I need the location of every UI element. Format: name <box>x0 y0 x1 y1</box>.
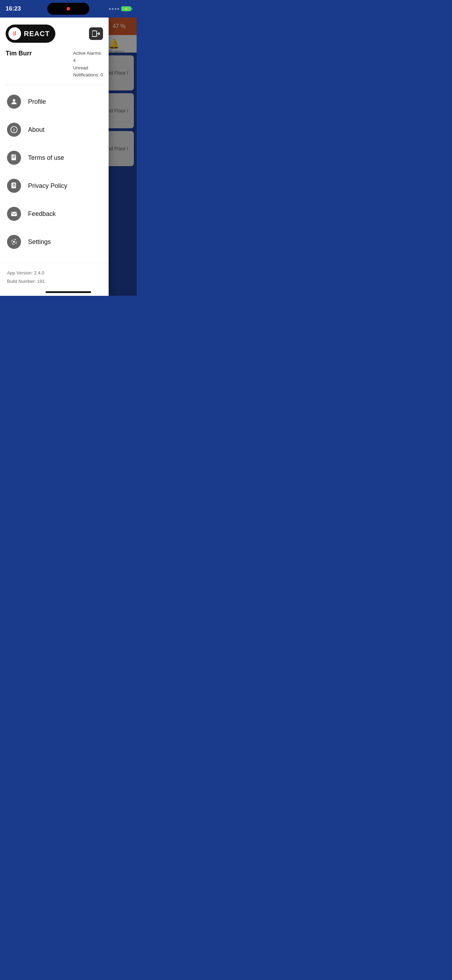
build-number: Build Number: 191 <box>7 277 102 285</box>
settings-label: Settings <box>28 238 51 246</box>
svg-rect-7 <box>11 154 16 161</box>
status-right-icons: ⚡ <box>109 6 131 11</box>
drawer-header: // REACT Tim Burr A <box>0 18 108 85</box>
terms-icon <box>7 151 21 165</box>
home-indicator <box>46 291 91 293</box>
lock-document-svg <box>10 182 18 189</box>
active-alarms-label: Active Alarms: <box>73 50 103 57</box>
svg-rect-2 <box>92 31 97 37</box>
menu-item-about[interactable]: i About <box>0 116 108 144</box>
drawer-footer: App Version: 2.4.0 Build Number: 191 <box>0 263 108 296</box>
menu-item-terms[interactable]: Terms of use <box>0 144 108 172</box>
svg-rect-11 <box>11 183 16 189</box>
signal-dot-1 <box>109 8 111 10</box>
menu-item-release-notes[interactable]: Release Notes <box>0 256 108 263</box>
status-bar: 16:23 ⚡ <box>0 0 137 18</box>
terms-label: Terms of use <box>28 154 64 162</box>
battery-indicator: ⚡ <box>121 6 131 11</box>
logo-icon: // <box>8 27 21 40</box>
record-indicator <box>67 7 70 11</box>
profile-icon <box>7 95 21 109</box>
menu-item-privacy[interactable]: Privacy Policy <box>0 172 108 200</box>
logo-area: // REACT <box>6 24 103 43</box>
active-alarms-count: 4 <box>73 57 103 65</box>
menu-item-settings[interactable]: Settings <box>0 228 108 256</box>
logout-icon <box>92 30 100 37</box>
feedback-label: Feedback <box>28 210 56 218</box>
settings-icon <box>7 235 21 249</box>
user-name: Tim Burr <box>6 50 32 57</box>
signal-dot-3 <box>115 8 116 10</box>
status-time: 16:23 <box>6 5 21 12</box>
about-icon: i <box>7 123 21 137</box>
svg-rect-13 <box>11 212 17 216</box>
logo-text: REACT <box>24 30 50 38</box>
privacy-icon <box>7 179 21 193</box>
dynamic-island <box>47 3 89 15</box>
signal-dot-4 <box>118 8 119 10</box>
signal-indicator <box>109 8 119 10</box>
menu-list: Profile i About <box>0 85 108 263</box>
privacy-label: Privacy Policy <box>28 182 67 189</box>
battery-bolt-icon: ⚡ <box>124 7 128 11</box>
info-svg: i <box>10 126 18 134</box>
logo-svg: // <box>8 27 21 40</box>
profile-label: Profile <box>28 98 46 105</box>
document-svg <box>10 154 18 162</box>
app-version: App Version: 2.4.0 <box>7 269 102 277</box>
menu-item-profile[interactable]: Profile <box>0 88 108 116</box>
feedback-icon <box>7 207 21 221</box>
unread-notifications-label: Unread <box>73 65 103 72</box>
about-label: About <box>28 126 45 134</box>
drawer-overlay[interactable] <box>108 18 137 296</box>
user-stats: Active Alarms: 4 Unread Notifications: 0 <box>73 50 103 79</box>
unread-notifications-count: Notifications: 0 <box>73 72 103 79</box>
side-drawer: // REACT Tim Burr A <box>0 18 108 296</box>
app-container: 47 % 🔔 Notifications ▼ ≡ und Floor / und… <box>0 18 137 296</box>
envelope-svg <box>10 210 18 218</box>
person-svg <box>10 98 18 105</box>
signal-dot-2 <box>112 8 113 10</box>
svg-point-4 <box>13 99 15 102</box>
dynamic-island-container <box>47 3 89 15</box>
svg-point-14 <box>13 241 15 243</box>
user-info: Tim Burr Active Alarms: 4 Unread Notific… <box>6 50 103 85</box>
svg-text:i: i <box>13 127 14 132</box>
logout-button[interactable] <box>89 27 103 40</box>
gear-svg <box>10 238 18 246</box>
logo-pill: // REACT <box>6 24 56 43</box>
menu-item-feedback[interactable]: Feedback <box>0 200 108 228</box>
